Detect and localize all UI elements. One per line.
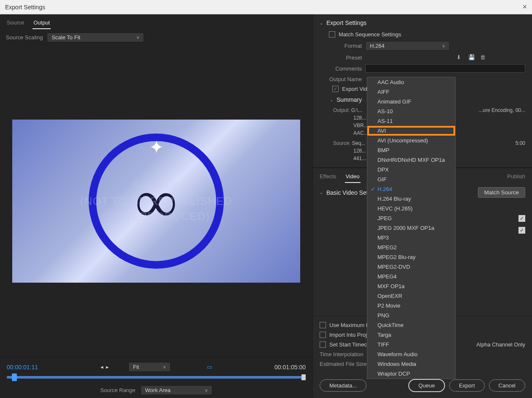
format-option-mpeg2-blu-ray[interactable]: MPEG2 Blu-ray	[367, 252, 455, 262]
format-option-p2-movie[interactable]: P2 Movie	[367, 301, 455, 311]
import-project-checkbox[interactable]	[320, 332, 326, 338]
window-title: Export Settings	[5, 4, 45, 11]
playhead-handle[interactable]	[12, 373, 17, 381]
timeline-slider[interactable]	[7, 376, 306, 379]
format-option-openexr[interactable]: OpenEXR	[367, 291, 455, 301]
max-render-checkbox[interactable]	[320, 322, 326, 328]
output-name-label: Output Name	[320, 76, 362, 82]
format-dropdown[interactable]: H.264 ∨	[365, 41, 450, 51]
chevron-down-icon: ∨	[442, 44, 445, 48]
format-option-as-11[interactable]: AS-11	[367, 116, 455, 126]
tab-publish[interactable]: Publish	[506, 172, 526, 183]
fit-dropdown[interactable]: Fit ∨	[128, 362, 171, 372]
format-dropdown-list[interactable]: AAC AudioAIFFAnimated GIFAS-10AS-11AVIAV…	[367, 77, 456, 379]
tab-video[interactable]: Video	[345, 172, 361, 183]
format-option-windows-media[interactable]: Windows Media	[367, 359, 455, 369]
format-option-avi[interactable]: AVI	[367, 126, 455, 136]
tab-output[interactable]: Output	[33, 18, 51, 29]
metadata-button[interactable]: Metadata...	[320, 379, 366, 392]
time-interp-label: Time Interpolation	[320, 351, 364, 357]
delete-preset-icon[interactable]: 🗑	[480, 54, 488, 61]
aspect-ratio-icon[interactable]: ▭	[207, 364, 212, 370]
summary-output-line0: G:\...	[351, 107, 362, 113]
chevron-down-icon: ∨	[136, 35, 139, 40]
format-option-mpeg2[interactable]: MPEG2	[367, 243, 455, 252]
format-option-hevc-h-265-[interactable]: HEVC (H.265)	[367, 204, 455, 213]
format-row: Format H.264 ∨	[320, 39, 525, 52]
cancel-button[interactable]: Cancel	[489, 379, 525, 392]
format-option-wraptor-dcp[interactable]: Wraptor DCP	[367, 369, 455, 379]
preset-label: Preset	[320, 55, 362, 61]
format-option-aac-audio[interactable]: AAC Audio	[367, 77, 455, 87]
summary-encoding: ...ure Encoding, 00...	[478, 106, 525, 114]
alpha-only-label: Alpha Channel Only	[476, 341, 525, 348]
collapse-icon: ⌄	[320, 190, 323, 195]
est-size-label: Estimated File Size:	[320, 361, 368, 367]
format-label: Format	[320, 43, 362, 49]
format-option-as-10[interactable]: AS-10	[367, 106, 455, 116]
save-preset-icon[interactable]: 💾	[468, 54, 476, 61]
format-option-h-264-blu-ray[interactable]: H.264 Blu-ray	[367, 194, 455, 204]
source-scaling-dropdown[interactable]: Scale To Fit ∨	[47, 33, 144, 42]
prev-frame-icon[interactable]: ◂	[100, 364, 103, 370]
format-option-aiff[interactable]: AIFF	[367, 87, 455, 97]
format-option-bmp[interactable]: BMP	[367, 145, 455, 155]
export-video-checkbox[interactable]	[332, 86, 339, 92]
timeline-bar: 00:00:01:11 ◂ ▸ Fit ∨ ▭ 00:01:05:00 Sour…	[0, 357, 312, 398]
summary-output-line2: VBR...	[333, 123, 368, 128]
queue-button[interactable]: Queue	[408, 379, 445, 392]
start-timecode-checkbox[interactable]	[320, 341, 326, 348]
current-timecode[interactable]: 00:00:01:11	[7, 364, 38, 371]
tab-source[interactable]: Source	[6, 18, 25, 29]
format-option-jpeg-2000-mxf-op1a[interactable]: JPEG 2000 MXF OP1a	[367, 223, 455, 233]
export-button[interactable]: Export	[449, 379, 485, 392]
format-option-waveform-audio[interactable]: Waveform Audio	[367, 349, 455, 359]
format-option-dpx[interactable]: DPX	[367, 165, 455, 174]
preview-area: ✦ ∞ SAMPLE (NOT TO BE REPUBLISHED OR REP…	[0, 46, 312, 357]
framerate-link-checkbox[interactable]: ✓	[518, 227, 525, 234]
format-option-avi-uncompressed-[interactable]: AVI (Uncompressed)	[367, 136, 455, 145]
summary-title: Summary	[337, 96, 362, 103]
format-option-targa[interactable]: Targa	[367, 330, 455, 340]
format-option-tiff[interactable]: TIFF	[367, 340, 455, 349]
right-panel: ⌄ Export Settings Match Sequence Setting…	[312, 14, 532, 398]
summary-source-line2: 441...	[333, 155, 366, 161]
comments-input[interactable]	[365, 64, 525, 73]
out-point-handle[interactable]	[301, 374, 306, 380]
format-option-jpeg[interactable]: JPEG	[367, 213, 455, 223]
export-settings-title: Export Settings	[326, 19, 366, 26]
export-settings-header[interactable]: ⌄ Export Settings	[320, 19, 525, 26]
format-option-png[interactable]: PNG	[367, 311, 455, 320]
format-option-gif[interactable]: GIF	[367, 174, 455, 184]
format-option-mpeg4[interactable]: MPEG4	[367, 272, 455, 281]
collapse-icon: ⌄	[330, 98, 333, 102]
summary-endtime: 5:00	[516, 139, 525, 147]
source-range-dropdown[interactable]: Work Area ∨	[141, 385, 212, 395]
summary-output-line3: AAC...	[333, 130, 368, 136]
source-scaling-label: Source Scaling	[6, 34, 43, 41]
format-option-dnxhr-dnxhd-mxf-op1a[interactable]: DNxHR/DNxHD MXF OP1a	[367, 155, 455, 165]
comments-label: Comments	[320, 65, 362, 72]
source-scaling-value: Scale To Fit	[52, 34, 80, 41]
end-timecode: 00:01:05:00	[274, 364, 306, 371]
close-icon[interactable]: ×	[522, 3, 527, 11]
format-option-quicktime[interactable]: QuickTime	[367, 320, 455, 330]
watermark-line2: (NOT TO BE REPUBLISHED	[80, 194, 232, 209]
format-option-animated-gif[interactable]: Animated GIF	[367, 97, 455, 106]
match-source-button[interactable]: Match Source	[478, 187, 525, 198]
summary-source-line1: 128...	[333, 148, 366, 154]
main-container: Source Output Source Scaling Scale To Fi…	[0, 14, 532, 398]
tab-effects[interactable]: Effects	[319, 172, 337, 183]
format-option-mxf-op1a[interactable]: MXF OP1a	[367, 281, 455, 291]
format-option-h-264[interactable]: H.264	[367, 184, 455, 194]
height-link-checkbox[interactable]: ✓	[518, 215, 525, 222]
import-preset-icon[interactable]: ⬇	[456, 54, 464, 61]
format-option-mp3[interactable]: MP3	[367, 233, 455, 243]
match-sequence-checkbox[interactable]	[329, 31, 335, 38]
next-frame-icon[interactable]: ▸	[106, 364, 109, 370]
preset-icons: ⬇ 💾 🗑	[456, 54, 488, 61]
format-option-mpeg2-dvd[interactable]: MPEG2-DVD	[367, 262, 455, 272]
time-row: 00:00:01:11 ◂ ▸ Fit ∨ ▭ 00:01:05:00	[7, 362, 306, 372]
collapse-icon: ⌄	[320, 21, 323, 25]
play-controls: ◂ ▸ Fit ∨ ▭	[100, 362, 212, 372]
